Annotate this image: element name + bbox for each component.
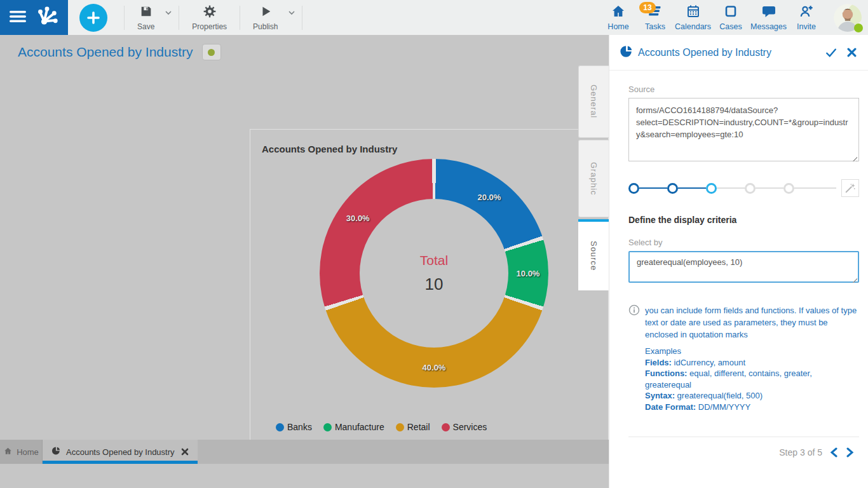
info-text: you can include form fields and function…: [645, 304, 859, 341]
nav-calendars-label: Calendars: [675, 22, 711, 31]
legend-label: Banks: [287, 422, 312, 432]
previous-step-chevron-icon[interactable]: [830, 447, 838, 458]
online-status-dot: [854, 24, 863, 32]
properties-label: Properties: [192, 22, 227, 31]
nav-cases[interactable]: Cases: [712, 4, 749, 31]
bottom-tab-home-label: Home: [17, 447, 39, 457]
tasks-badge: 13: [639, 2, 656, 13]
select-by-label: Select by: [628, 238, 859, 247]
nav-calendars[interactable]: Calendars: [674, 4, 712, 31]
home-icon: [3, 447, 13, 458]
tab-source[interactable]: Source: [578, 219, 609, 290]
app-logo-block[interactable]: [0, 0, 68, 35]
tab-graphic[interactable]: Graphic: [578, 140, 609, 217]
info-row: you can include form fields and function…: [628, 304, 859, 341]
examples-syntax: Syntax: greaterequal(field, 500): [645, 390, 859, 402]
close-panel-icon[interactable]: [847, 48, 857, 57]
examples-functions: Functions: equal, different, contains, g…: [645, 368, 859, 390]
select-by-textarea[interactable]: greaterequal(employees, 10): [628, 251, 859, 283]
legend-dot: [442, 423, 450, 431]
donut-center: Total 10: [360, 199, 508, 348]
properties-button[interactable]: Properties: [183, 0, 236, 35]
home-icon: [610, 4, 627, 22]
toolbar-separator: [302, 6, 302, 30]
pie-chart-icon: [51, 446, 61, 458]
nav-home[interactable]: Home: [600, 4, 637, 31]
pie-chart-icon: [620, 44, 634, 61]
toolbar-separator: [240, 6, 240, 30]
panel-header: Accounts Opened by Industry: [609, 35, 868, 71]
source-label: Source: [628, 85, 859, 94]
legend-item-retail[interactable]: Retail: [396, 422, 430, 432]
step-connector: [678, 187, 706, 189]
criteria-heading: Define the display criteria: [628, 215, 859, 225]
bottom-tab-chart-label: Accounts Opened by Industry: [66, 447, 175, 457]
examples-fields: Fields: idCurrency, amount: [645, 357, 859, 369]
chart-legend: BanksManufactureRetailServices: [276, 422, 487, 432]
legend-label: Retail: [407, 422, 430, 432]
close-tab-icon[interactable]: [181, 448, 189, 456]
bottom-tab-chart[interactable]: Accounts Opened by Industry: [43, 440, 198, 464]
main-canvas: Accounts Opened by Industry Accounts Ope…: [0, 35, 609, 464]
footer-divider: [628, 437, 859, 437]
widget-status-button[interactable]: [202, 44, 221, 60]
nav-messages[interactable]: Messages: [749, 4, 788, 31]
publish-button[interactable]: Publish: [244, 0, 287, 35]
chart-widget[interactable]: Accounts Opened by Industry Total 10 20.…: [250, 129, 609, 447]
green-status-icon: [208, 49, 215, 56]
publish-label: Publish: [253, 22, 278, 31]
save-dropdown-chevron-icon[interactable]: [163, 8, 173, 20]
slice-label-services: 30.0%: [346, 214, 370, 223]
source-textarea[interactable]: forms/ACCO1614188794/dataSource?select=D…: [628, 98, 859, 161]
chat-bubble-icon: [761, 4, 777, 22]
donut-chart[interactable]: Total 10 20.0%10.0%40.0%30.0%: [320, 159, 548, 388]
nav-cases-label: Cases: [719, 22, 742, 31]
add-button[interactable]: [79, 4, 107, 32]
chart-title: Accounts Opened by Industry: [262, 144, 397, 154]
panel-title: Accounts Opened by Industry: [638, 47, 815, 58]
toolbar-separator: [124, 6, 125, 30]
legend-item-banks[interactable]: Banks: [276, 422, 312, 432]
gear-icon: [203, 4, 217, 21]
topbar-nav: Home 13 Tasks Calendars: [600, 4, 868, 32]
legend-dot: [276, 423, 284, 431]
hamburger-menu-icon[interactable]: [10, 10, 26, 25]
step-dot-1[interactable]: [628, 183, 639, 194]
step-connector: [756, 187, 783, 189]
top-toolbar: Save Properties: [0, 0, 868, 35]
bottom-tab-bar: Home Accounts Opened by Industry: [0, 440, 609, 464]
panel-side-tabs: General Graphic Source: [578, 65, 609, 292]
step-dot-3[interactable]: [706, 183, 717, 194]
nav-tasks[interactable]: 13 Tasks: [637, 4, 674, 31]
legend-item-services[interactable]: Services: [442, 422, 487, 432]
nav-home-label: Home: [607, 22, 628, 31]
page-title-row: Accounts Opened by Industry: [18, 44, 221, 60]
magic-wand-button[interactable]: [841, 179, 859, 197]
calendar-icon: [685, 4, 702, 22]
step-dot-2[interactable]: [667, 183, 678, 194]
step-connector: [639, 187, 667, 189]
play-icon: [259, 4, 273, 21]
legend-dot: [323, 423, 332, 431]
step-dot-5[interactable]: [783, 183, 794, 194]
tab-general[interactable]: General: [578, 65, 609, 138]
nav-messages-label: Messages: [750, 22, 787, 31]
user-avatar[interactable]: [834, 4, 862, 32]
donut-total-value: 10: [425, 274, 444, 294]
bottom-tab-home[interactable]: Home: [0, 440, 43, 464]
donut-total-label: Total: [420, 253, 448, 268]
examples-dateformat: Date Format: DD/MM/YYYY: [645, 402, 859, 413]
nav-invite[interactable]: Invite: [788, 4, 825, 31]
step-dot-4[interactable]: [745, 183, 756, 194]
save-button[interactable]: Save: [128, 0, 163, 35]
legend-dot: [396, 423, 404, 431]
next-step-chevron-icon[interactable]: [846, 447, 854, 458]
legend-item-manufacture[interactable]: Manufacture: [323, 422, 384, 432]
toolbar-separator: [179, 6, 179, 30]
publish-dropdown-chevron-icon[interactable]: [287, 8, 297, 20]
wizard-stepper: [628, 179, 859, 197]
info-icon: [628, 304, 640, 341]
settings-panel: Accounts Opened by Industry Source forms…: [609, 35, 868, 488]
confirm-check-icon[interactable]: [825, 48, 837, 58]
legend-label: Manufacture: [335, 422, 384, 432]
